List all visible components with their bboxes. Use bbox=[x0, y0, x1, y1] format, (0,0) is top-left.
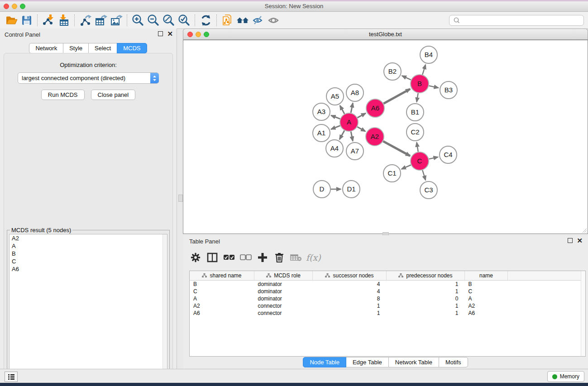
export-table-icon[interactable] bbox=[93, 14, 109, 27]
column-header-name[interactable]: name bbox=[465, 271, 508, 281]
tab-select[interactable]: Select bbox=[88, 43, 117, 53]
network-window-titlebar[interactable]: testGlobe.txt bbox=[183, 29, 588, 40]
graph-edge-A6-B[interactable] bbox=[383, 89, 410, 104]
result-item[interactable]: B bbox=[10, 250, 167, 257]
open-session-icon[interactable] bbox=[4, 14, 19, 27]
table-cell[interactable]: A bbox=[190, 295, 254, 302]
import-table-icon[interactable] bbox=[56, 14, 72, 27]
table-cell[interactable]: connector bbox=[254, 310, 313, 317]
result-item[interactable]: C bbox=[10, 257, 167, 265]
show-panels-button[interactable] bbox=[5, 372, 18, 382]
result-item[interactable]: A2 bbox=[10, 234, 167, 242]
first-neighbors-icon[interactable] bbox=[235, 14, 251, 27]
result-item[interactable]: A bbox=[10, 242, 167, 250]
table-row[interactable]: Adominator80A bbox=[190, 295, 582, 302]
graph-edge-A-A8[interactable] bbox=[351, 103, 353, 113]
table-row[interactable]: A6connector11A6 bbox=[190, 310, 582, 317]
criterion-select[interactable]: largest connected component (directed) bbox=[18, 72, 159, 84]
table-cell[interactable]: C bbox=[190, 288, 254, 295]
graph-edge-B-B2[interactable] bbox=[402, 76, 411, 80]
table-row[interactable]: A2connector11A2 bbox=[190, 302, 582, 310]
graph-edge-A-A4[interactable] bbox=[339, 130, 344, 139]
table-cell[interactable]: C bbox=[465, 288, 508, 295]
graph-edge-A2-C[interactable] bbox=[383, 141, 410, 156]
close-panel-button[interactable]: Close panel bbox=[91, 90, 136, 100]
new-network-from-selection-icon[interactable] bbox=[220, 14, 235, 27]
table-scrollbar[interactable] bbox=[581, 271, 585, 356]
memory-button[interactable]: Memory bbox=[547, 371, 584, 382]
zoom-fit-icon[interactable] bbox=[161, 14, 177, 27]
export-network-icon[interactable] bbox=[78, 14, 93, 27]
graph-edge-A-A2[interactable] bbox=[357, 127, 365, 131]
table-cell[interactable]: B bbox=[190, 281, 254, 288]
graph-edge-C-C2[interactable] bbox=[417, 143, 418, 152]
graph-edge-C-C3[interactable] bbox=[422, 170, 425, 180]
table-cell[interactable]: 4 bbox=[313, 288, 387, 295]
table-cell[interactable]: A6 bbox=[190, 310, 254, 317]
table-cell[interactable]: A2 bbox=[465, 302, 508, 310]
tab-network[interactable]: Network bbox=[29, 43, 63, 53]
select-all-columns-icon[interactable] bbox=[220, 250, 237, 265]
table-cell[interactable]: 1 bbox=[313, 302, 387, 310]
function-builder-icon[interactable]: f(x) bbox=[306, 253, 321, 262]
search-field[interactable] bbox=[449, 15, 584, 26]
hide-selected-icon[interactable] bbox=[251, 14, 266, 27]
unselect-all-columns-icon[interactable] bbox=[237, 250, 254, 265]
zoom-selected-icon[interactable] bbox=[177, 14, 192, 27]
zoom-in-icon[interactable] bbox=[130, 14, 146, 27]
tab-node-table[interactable]: Node Table bbox=[303, 357, 346, 367]
table-cell[interactable]: connector bbox=[254, 302, 313, 310]
close-panel-icon[interactable]: ✕ bbox=[167, 32, 173, 36]
table-options-icon[interactable] bbox=[187, 250, 204, 265]
column-header-MCDS-role[interactable]: MCDS role bbox=[254, 271, 313, 281]
table-cell[interactable]: dominator bbox=[254, 281, 313, 288]
table-cell[interactable]: A2 bbox=[190, 302, 254, 310]
table-cell[interactable]: 1 bbox=[387, 310, 465, 317]
table-row[interactable]: Cdominator41C bbox=[190, 288, 582, 295]
tab-motifs[interactable]: Motifs bbox=[439, 357, 468, 367]
graph-edge-A-A1[interactable] bbox=[331, 126, 340, 129]
tab-style[interactable]: Style bbox=[63, 43, 89, 53]
table-cell[interactable]: dominator bbox=[254, 288, 313, 295]
table-cell[interactable]: 1 bbox=[387, 281, 465, 288]
mcds-result-list[interactable]: A2ABCA6 bbox=[9, 234, 167, 385]
table-cell[interactable]: 4 bbox=[313, 281, 387, 288]
graph-edge-C-C4[interactable] bbox=[429, 157, 438, 159]
graph-edge-A-A7[interactable] bbox=[351, 132, 353, 141]
tab-mcds[interactable]: MCDS bbox=[117, 43, 147, 53]
apply-layout-icon[interactable] bbox=[198, 14, 214, 27]
table-cell[interactable]: A6 bbox=[465, 310, 508, 317]
float-table-panel-icon[interactable] bbox=[568, 238, 573, 243]
save-session-icon[interactable] bbox=[19, 14, 34, 27]
graph-edge-B-B3[interactable] bbox=[429, 86, 439, 88]
close-table-panel-icon[interactable]: ✕ bbox=[577, 238, 583, 243]
graph-edge-B-B4[interactable] bbox=[422, 65, 425, 75]
table-cell[interactable]: dominator bbox=[254, 295, 313, 302]
vertical-splitter-grip[interactable] bbox=[178, 195, 183, 202]
show-all-icon[interactable] bbox=[266, 14, 282, 27]
search-input[interactable] bbox=[462, 16, 583, 25]
delete-columns-icon[interactable] bbox=[271, 250, 287, 265]
table-cell[interactable]: 0 bbox=[387, 295, 465, 302]
create-column-icon[interactable] bbox=[254, 250, 271, 265]
table-cell[interactable]: 1 bbox=[387, 288, 465, 295]
run-mcds-button[interactable]: Run MCDS bbox=[41, 90, 85, 100]
table-cell[interactable]: 1 bbox=[313, 310, 387, 317]
column-header-shared-name[interactable]: shared name bbox=[190, 271, 254, 281]
tab-network-table[interactable]: Network Table bbox=[388, 357, 439, 367]
delete-table-icon[interactable] bbox=[287, 250, 304, 265]
show-column-icon[interactable] bbox=[204, 250, 220, 265]
graph-edge-C-C1[interactable] bbox=[402, 165, 411, 169]
column-header-predecessor-nodes[interactable]: predecessor nodes bbox=[387, 271, 465, 281]
graph-edge-A-A3[interactable] bbox=[331, 115, 340, 119]
graph-edge-A-A5[interactable] bbox=[340, 105, 344, 114]
table-cell[interactable]: 8 bbox=[313, 295, 387, 302]
float-panel-icon[interactable] bbox=[158, 31, 163, 36]
result-scrollbar[interactable] bbox=[163, 234, 167, 384]
graph-edge-A-A6[interactable] bbox=[358, 113, 366, 118]
table-cell[interactable]: 1 bbox=[387, 302, 465, 310]
graph-edge-B-B1[interactable] bbox=[417, 93, 418, 102]
table-cell[interactable]: A bbox=[465, 295, 508, 302]
window-resize-grip[interactable] bbox=[581, 227, 587, 233]
column-header-successor-nodes[interactable]: successor nodes bbox=[313, 271, 387, 281]
